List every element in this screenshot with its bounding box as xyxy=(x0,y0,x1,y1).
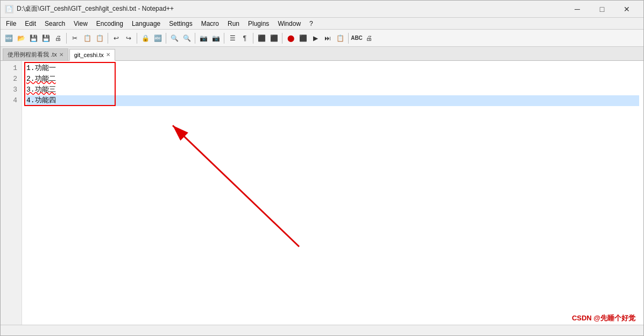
line-num-3: 3 xyxy=(1,85,22,95)
tb-new[interactable]: 🆕 xyxy=(3,32,15,44)
tab-usecase[interactable]: 使用例程前看我 .tx ✕ xyxy=(3,48,68,60)
tb-open[interactable]: 📂 xyxy=(15,32,27,44)
toolbar-separator-5 xyxy=(195,33,195,44)
tb-print2[interactable]: 🖨 xyxy=(363,32,375,44)
menu-run[interactable]: Run xyxy=(223,19,244,29)
line-numbers: 1 2 3 4 xyxy=(1,61,22,325)
title-bar: 📄 D:\桌面\GIT_ceshi\GIT_ceshi\git_ceshi.tx… xyxy=(1,1,643,18)
toolbar-separator-7 xyxy=(253,33,253,44)
line-3-text: 3.功能三 xyxy=(26,86,56,94)
app-icon: 📄 xyxy=(5,5,13,13)
tb-print[interactable]: 🖨 xyxy=(52,32,64,44)
code-line-1: 1.功能一 xyxy=(26,63,639,74)
tb-record[interactable]: ⬤ xyxy=(285,32,296,44)
toolbar: 🆕 📂 💾 💾 🖨 ✂ 📋 📋 ↩ ↪ 🔒 🔤 🔍 🔍 📷 📷 ☰ ¶ ⬛ ⬛ … xyxy=(1,30,643,47)
tab-bar: 使用例程前看我 .tx ✕ git_ceshi.tx ✕ xyxy=(1,47,643,61)
menu-language[interactable]: Language xyxy=(128,19,165,29)
toolbar-separator-9 xyxy=(348,33,349,44)
tab-gitceshi-close[interactable]: ✕ xyxy=(106,52,110,58)
menu-plugins[interactable]: Plugins xyxy=(244,19,273,29)
line-num-1: 1 xyxy=(1,63,22,74)
menu-edit[interactable]: Edit xyxy=(20,19,40,29)
toolbar-separator-1 xyxy=(66,33,67,44)
line-1-text: 1.功能一 xyxy=(26,64,56,72)
tb-stop[interactable]: ⬛ xyxy=(297,32,309,44)
line-2-text: 2.功能二 xyxy=(26,75,56,83)
tb-save[interactable]: 💾 xyxy=(27,32,39,44)
tb-save-all[interactable]: 💾 xyxy=(40,32,52,44)
toolbar-separator-6 xyxy=(224,33,224,44)
menu-encoding[interactable]: Encoding xyxy=(92,19,128,29)
tb-spellcheck[interactable]: ABC xyxy=(351,32,363,44)
toolbar-separator-8 xyxy=(282,33,282,44)
tab-gitceshi[interactable]: git_ceshi.tx ✕ xyxy=(69,49,115,61)
tb-paste[interactable]: 📋 xyxy=(94,32,105,44)
editor-content[interactable]: 1.功能一 2.功能二 3.功能三 4.功能四 xyxy=(22,61,643,325)
title-bar-left: 📄 D:\桌面\GIT_ceshi\GIT_ceshi\git_ceshi.tx… xyxy=(5,4,174,13)
close-button[interactable]: ✕ xyxy=(614,1,639,18)
code-line-2: 2.功能二 xyxy=(26,74,639,85)
tab-usecase-close[interactable]: ✕ xyxy=(59,52,63,58)
tab-usecase-label: 使用例程前看我 .tx xyxy=(8,51,57,59)
menu-view[interactable]: View xyxy=(69,19,92,29)
line-4-text: 4.功能四 xyxy=(26,96,56,104)
tb-replace[interactable]: 🔍 xyxy=(181,32,193,44)
tb-zoom-in[interactable]: 📷 xyxy=(197,32,209,44)
menu-window[interactable]: Window xyxy=(273,19,305,29)
tb-save-macro[interactable]: 📋 xyxy=(334,32,346,44)
menu-search[interactable]: Search xyxy=(40,19,69,29)
menu-file[interactable]: File xyxy=(2,19,20,29)
line-num-2: 2 xyxy=(1,74,22,85)
tb-redo[interactable]: ↪ xyxy=(123,32,135,44)
minimize-button[interactable]: ─ xyxy=(565,1,590,18)
toolbar-separator-3 xyxy=(137,33,137,44)
code-line-4: 4.功能四 xyxy=(26,95,639,106)
tb-copy[interactable]: 📋 xyxy=(81,32,93,44)
tb-play[interactable]: ▶ xyxy=(309,32,321,44)
tb-run-multi[interactable]: ⏭ xyxy=(322,32,334,44)
window-controls: ─ □ ✕ xyxy=(565,1,639,18)
tb-macro-record[interactable]: 🔒 xyxy=(139,32,151,44)
tb-find[interactable]: 🔍 xyxy=(168,32,180,44)
svg-line-1 xyxy=(173,125,299,247)
line-num-4: 4 xyxy=(1,95,22,106)
toolbar-separator-2 xyxy=(108,33,108,44)
tb-zoom-out[interactable]: 📷 xyxy=(210,32,222,44)
tb-word-wrap[interactable]: ☰ xyxy=(227,32,238,44)
menu-macro[interactable]: Macro xyxy=(197,19,223,29)
status-bar xyxy=(1,325,643,335)
red-arrow xyxy=(140,115,313,255)
tb-outdent[interactable]: ⬛ xyxy=(268,32,280,44)
toolbar-separator-4 xyxy=(166,33,166,44)
window-title: D:\桌面\GIT_ceshi\GIT_ceshi\git_ceshi.txt … xyxy=(17,4,174,13)
menu-settings[interactable]: Settings xyxy=(165,19,196,29)
tab-gitceshi-label: git_ceshi.tx xyxy=(74,52,104,58)
tb-cut[interactable]: ✂ xyxy=(69,32,81,44)
maximize-button[interactable]: □ xyxy=(590,1,614,18)
menu-help[interactable]: ? xyxy=(305,19,317,29)
tb-indent[interactable]: ⬛ xyxy=(256,32,267,44)
notepad-window: 📄 D:\桌面\GIT_ceshi\GIT_ceshi\git_ceshi.tx… xyxy=(0,0,644,336)
tb-macro-text[interactable]: 🔤 xyxy=(152,32,164,44)
tb-show-all[interactable]: ¶ xyxy=(239,32,251,44)
code-line-3: 3.功能三 xyxy=(26,85,639,95)
menu-bar: File Edit Search View Encoding Language … xyxy=(1,18,643,30)
editor-area: 1 2 3 4 1.功能一 2.功能二 3.功能三 4.功能四 xyxy=(1,61,643,325)
tb-undo[interactable]: ↩ xyxy=(110,32,122,44)
